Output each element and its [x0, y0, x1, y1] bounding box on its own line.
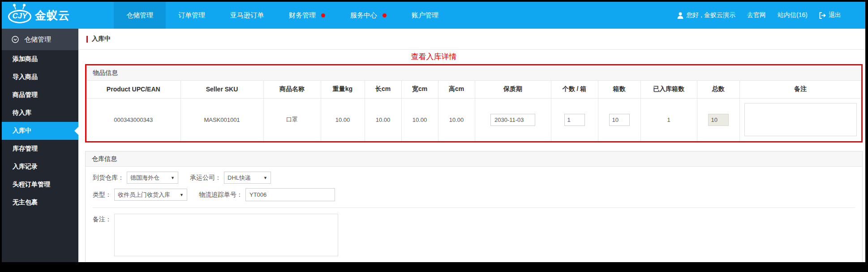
item-info-section: 物品信息 Product UPC/EAN Seller SKU 商品名称 重量k…	[85, 64, 863, 142]
carrier-label: 承运公司：	[190, 174, 221, 182]
topbar-user-area: 您好 , 金蚁云演示 去官网 站内信(16) 退出	[677, 2, 865, 29]
tracking-number-input[interactable]	[245, 188, 335, 201]
cell-upc: 000343000343	[86, 98, 180, 141]
logout-icon	[819, 12, 826, 19]
warehouse-info-title: 仓库信息	[86, 151, 862, 167]
sidebar-item-first-leg-orders[interactable]: 头程订单管理	[2, 176, 78, 194]
chevron-down-icon: ▼	[180, 193, 184, 197]
official-site-link[interactable]: 去官网	[747, 11, 766, 19]
total-input-disabled	[708, 114, 729, 126]
annotation-view-inbound-detail: 查看入库详情	[78, 50, 865, 64]
pcs-per-box-input[interactable]	[564, 114, 585, 126]
top-navbar: CJY 金蚁云 仓储管理 订单管理 亚马逊订单 财务管理 服务中心 账户管理 您…	[2, 2, 865, 29]
item-table-header-row: Product UPC/EAN Seller SKU 商品名称 重量kg 长cm…	[86, 81, 861, 98]
col-header-total: 总数	[697, 81, 739, 98]
nav-item-service-center[interactable]: 服务中心	[338, 2, 399, 29]
cell-product-name: 口罩	[263, 98, 321, 141]
sidebar-item-unclaimed-packages[interactable]: 无主包裹	[2, 194, 78, 212]
app-window: CJY 金蚁云 仓储管理 订单管理 亚马逊订单 财务管理 服务中心 账户管理 您…	[2, 2, 865, 262]
warehouse-remark-textarea[interactable]	[114, 214, 338, 256]
col-header-height: 高cm	[438, 81, 475, 98]
breadcrumb: 入库中	[78, 29, 865, 50]
logout-button[interactable]: 退出	[819, 11, 841, 19]
type-label: 类型：	[93, 191, 112, 199]
sidebar-item-inventory-management[interactable]: 库存管理	[2, 140, 78, 158]
brand-logo[interactable]: CJY 金蚁云	[2, 2, 114, 29]
remark-label: 备注：	[93, 216, 112, 224]
col-header-length: 长cm	[365, 81, 401, 98]
sidebar-item-pending-inbound[interactable]: 待入库	[2, 104, 78, 122]
inbound-type-select[interactable]: 收件员上门收货入库 ▼	[114, 189, 187, 201]
item-info-title: 物品信息	[86, 65, 861, 81]
chevron-down-icon: ▼	[263, 176, 267, 180]
sidebar-group-warehouse[interactable]: 仓储管理	[2, 29, 78, 50]
sidebar-item-inbound-in-progress[interactable]: 入库中	[2, 122, 78, 140]
chevron-down-icon: ▼	[171, 176, 175, 180]
nav-item-finance[interactable]: 财务管理	[276, 2, 338, 29]
logo-mark-letters: CJY	[8, 10, 31, 23]
user-icon	[677, 12, 683, 19]
cell-length: 10.00	[365, 98, 401, 141]
col-header-pcs-per-box: 个数 / 箱	[551, 81, 598, 98]
brand-name: 金蚁云	[35, 8, 70, 23]
page-title: 入库中	[92, 35, 111, 43]
sidebar-item-product-management[interactable]: 商品管理	[2, 86, 78, 104]
user-greeting: 您好 , 金蚁云演示	[677, 11, 735, 19]
notification-dot-icon	[321, 13, 325, 17]
item-table: Product UPC/EAN Seller SKU 商品名称 重量kg 长cm…	[86, 81, 861, 141]
col-header-width: 宽cm	[401, 81, 438, 98]
cell-sku: MASK001001	[180, 98, 263, 141]
col-header-remark: 备注	[739, 81, 861, 98]
sidebar-item-add-product[interactable]: 添加商品	[2, 50, 78, 68]
sidebar-item-import-product[interactable]: 导入商品	[2, 68, 78, 86]
shelf-life-input[interactable]	[490, 114, 535, 126]
item-table-row: 000343000343 MASK001001 口罩 10.00 10.00 1…	[86, 98, 861, 141]
col-header-sku: Seller SKU	[180, 81, 263, 98]
arrival-warehouse-select[interactable]: 德国海外仓 ▼	[127, 172, 178, 184]
sidebar: 仓储管理 添加商品 导入商品 商品管理 待入库 入库中 库存管理 入库记录 头程…	[2, 29, 78, 262]
site-messages-link[interactable]: 站内信(16)	[778, 11, 808, 19]
nav-item-warehouse[interactable]: 仓储管理	[114, 2, 166, 29]
notification-dot-icon	[382, 13, 387, 17]
nav-item-orders[interactable]: 订单管理	[166, 2, 218, 29]
cell-received-boxes: 1	[640, 98, 697, 141]
ant-logo-icon: CJY	[8, 6, 31, 24]
main-content: 入库中 查看入库详情 物品信息 Product UPC/EAN Seller S…	[78, 29, 865, 262]
nav-item-account[interactable]: 账户管理	[399, 2, 451, 29]
col-header-shelf-life: 保质期	[475, 81, 551, 98]
col-header-weight: 重量kg	[321, 81, 365, 98]
cell-height: 10.00	[438, 98, 475, 141]
col-header-upc: Product UPC/EAN	[86, 81, 180, 98]
nav-item-amazon-orders[interactable]: 亚马逊订单	[218, 2, 276, 29]
cell-weight: 10.00	[321, 98, 365, 141]
carrier-select[interactable]: DHL快递 ▼	[224, 172, 271, 184]
boxes-input[interactable]	[609, 114, 630, 126]
cell-width: 10.00	[401, 98, 438, 141]
breadcrumb-accent-bar	[86, 36, 88, 43]
tracking-number-label: 物流追踪单号：	[199, 191, 243, 199]
warehouse-info-section: 仓库信息 到货仓库： 德国海外仓 ▼ 承运公司： DHL快递 ▼	[85, 151, 863, 262]
col-header-boxes: 箱数	[598, 81, 640, 98]
row-remark-textarea[interactable]	[744, 103, 857, 136]
primary-nav: 仓储管理 订单管理 亚马逊订单 财务管理 服务中心 账户管理	[114, 2, 451, 29]
circle-chevron-down-icon	[12, 36, 19, 43]
col-header-received-boxes: 已入库箱数	[640, 81, 697, 98]
col-header-product-name: 商品名称	[263, 81, 321, 98]
arrival-warehouse-label: 到货仓库：	[93, 174, 124, 182]
sidebar-item-inbound-records[interactable]: 入库记录	[2, 158, 78, 176]
